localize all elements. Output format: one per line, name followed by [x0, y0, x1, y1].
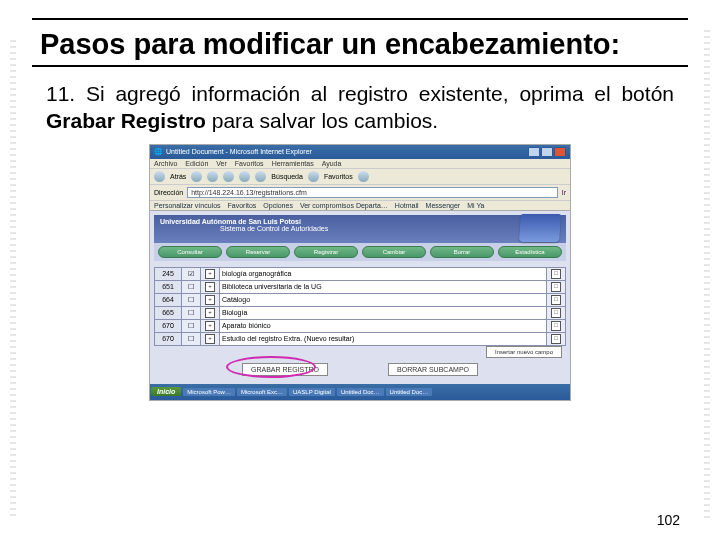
table-row: 670☐+Aparato biónico□: [155, 319, 566, 332]
field-code: 670: [155, 332, 182, 345]
university-name: Universidad Autónoma de San Luis Potosí: [160, 218, 560, 225]
ie-icon: 🌐: [154, 148, 163, 156]
address-label: Dirección: [154, 189, 183, 196]
table-row: 665☐+Biología□: [155, 306, 566, 319]
field-end[interactable]: □: [547, 267, 566, 280]
field-add[interactable]: +: [201, 306, 220, 319]
search-label[interactable]: Búsqueda: [271, 173, 303, 180]
field-value[interactable]: Biología: [220, 306, 547, 319]
record-table: 245☑+biología organográfica□651☐+Bibliot…: [154, 267, 566, 346]
field-checkbox[interactable]: ☐: [182, 280, 201, 293]
field-code: 664: [155, 293, 182, 306]
favorites-label[interactable]: Favoritos: [324, 173, 353, 180]
nav-button[interactable]: Registrar: [294, 246, 358, 258]
field-value[interactable]: Estudio del registro Extra. (Nuevo resul…: [220, 332, 547, 345]
field-add[interactable]: +: [201, 267, 220, 280]
slide-decor-left: [10, 40, 16, 520]
link-item[interactable]: Mi Ya: [467, 202, 484, 209]
nav-button[interactable]: Reservar: [226, 246, 290, 258]
field-add[interactable]: +: [201, 319, 220, 332]
title-underline: [32, 65, 688, 67]
nav-button[interactable]: Cambiar: [362, 246, 426, 258]
slide-decor-right: [704, 30, 710, 520]
table-row: 664☐+Catálogo□: [155, 293, 566, 306]
field-add[interactable]: +: [201, 280, 220, 293]
windows-taskbar: Inicio Microsoft Pow… Microsoft Exc… UAS…: [150, 384, 570, 400]
embedded-screenshot: 🌐 Untitled Document - Microsoft Internet…: [149, 144, 571, 401]
link-item[interactable]: Opciones: [263, 202, 293, 209]
app-header: Universidad Autónoma de San Luis Potosí …: [154, 215, 566, 243]
table-row: 651☐+Biblioteca universitaria de la UG□: [155, 280, 566, 293]
field-checkbox[interactable]: ☐: [182, 293, 201, 306]
back-icon[interactable]: [154, 171, 165, 182]
menu-item[interactable]: Edición: [185, 160, 208, 167]
table-row: 670☐+Estudio del registro Extra. (Nuevo …: [155, 332, 566, 345]
forward-icon[interactable]: [191, 171, 202, 182]
menu-item[interactable]: Ver: [216, 160, 227, 167]
slide-title: Pasos para modificar un encabezamiento:: [32, 28, 688, 61]
field-value[interactable]: Biblioteca universitaria de la UG: [220, 280, 547, 293]
refresh-icon[interactable]: [223, 171, 234, 182]
nav-button[interactable]: Borrar: [430, 246, 494, 258]
address-input[interactable]: http://148.224.16.13/registrations.cfm: [187, 187, 558, 198]
stop-icon[interactable]: [207, 171, 218, 182]
field-value[interactable]: Catálogo: [220, 293, 547, 306]
menu-item[interactable]: Ayuda: [322, 160, 342, 167]
field-end[interactable]: □: [547, 306, 566, 319]
link-item[interactable]: Favoritos: [228, 202, 257, 209]
menu-item[interactable]: Herramientas: [272, 160, 314, 167]
taskbar-item[interactable]: Microsoft Exc…: [237, 388, 287, 396]
field-code: 651: [155, 280, 182, 293]
links-bar: Personalizar vínculos Favoritos Opciones…: [150, 201, 570, 211]
home-icon[interactable]: [239, 171, 250, 182]
link-item[interactable]: Hotmail: [395, 202, 419, 209]
taskbar-item[interactable]: Untitled Doc…: [337, 388, 384, 396]
field-checkbox[interactable]: ☑: [182, 267, 201, 280]
page-number: 102: [657, 512, 680, 528]
maximize-button[interactable]: [541, 147, 553, 157]
system-name: Sistema de Control de Autoridades: [220, 225, 560, 232]
field-end[interactable]: □: [547, 319, 566, 332]
close-button[interactable]: [554, 147, 566, 157]
back-label[interactable]: Atrás: [170, 173, 186, 180]
menu-bar: Archivo Edición Ver Favoritos Herramient…: [150, 159, 570, 169]
field-code: 670: [155, 319, 182, 332]
field-end[interactable]: □: [547, 332, 566, 345]
link-item[interactable]: Personalizar vínculos: [154, 202, 221, 209]
field-end[interactable]: □: [547, 293, 566, 306]
minimize-button[interactable]: [528, 147, 540, 157]
link-item[interactable]: Messenger: [426, 202, 461, 209]
field-end[interactable]: □: [547, 280, 566, 293]
search-icon[interactable]: [255, 171, 266, 182]
field-add[interactable]: +: [201, 332, 220, 345]
start-button[interactable]: Inicio: [151, 387, 181, 396]
page-content: Universidad Autónoma de San Luis Potosí …: [150, 211, 570, 384]
menu-item[interactable]: Archivo: [154, 160, 177, 167]
action-button-row: GRABAR REGISTRO BORRAR SUBCAMPO: [154, 357, 566, 380]
favorites-icon[interactable]: [308, 171, 319, 182]
menu-item[interactable]: Favoritos: [235, 160, 264, 167]
taskbar-item[interactable]: Untitled Doc…: [386, 388, 433, 396]
app-nav: Consultar Reservar Registrar Cambiar Bor…: [154, 243, 566, 261]
taskbar-item[interactable]: Microsoft Pow…: [183, 388, 235, 396]
save-record-button[interactable]: GRABAR REGISTRO: [242, 363, 328, 376]
table-row: 245☑+biología organográfica□: [155, 267, 566, 280]
field-value[interactable]: Aparato biónico: [220, 319, 547, 332]
taskbar-item[interactable]: UASLP Digital: [289, 388, 335, 396]
nav-button[interactable]: Consultar: [158, 246, 222, 258]
field-checkbox[interactable]: ☐: [182, 332, 201, 345]
nav-button[interactable]: Estadística: [498, 246, 562, 258]
history-icon[interactable]: [358, 171, 369, 182]
field-add[interactable]: +: [201, 293, 220, 306]
field-value[interactable]: biología organográfica: [220, 267, 547, 280]
link-item[interactable]: Ver compromisos Departa…: [300, 202, 388, 209]
window-titlebar: 🌐 Untitled Document - Microsoft Internet…: [150, 145, 570, 159]
toolbar: Atrás Búsqueda Favoritos: [150, 169, 570, 185]
field-checkbox[interactable]: ☐: [182, 319, 201, 332]
book-icon: [519, 214, 561, 242]
field-checkbox[interactable]: ☐: [182, 306, 201, 319]
slide-content: Pasos para modificar un encabezamiento: …: [32, 18, 688, 512]
go-button[interactable]: Ir: [562, 189, 566, 196]
delete-subfield-button[interactable]: BORRAR SUBCAMPO: [388, 363, 478, 376]
body-bold: Grabar Registro: [46, 109, 206, 132]
